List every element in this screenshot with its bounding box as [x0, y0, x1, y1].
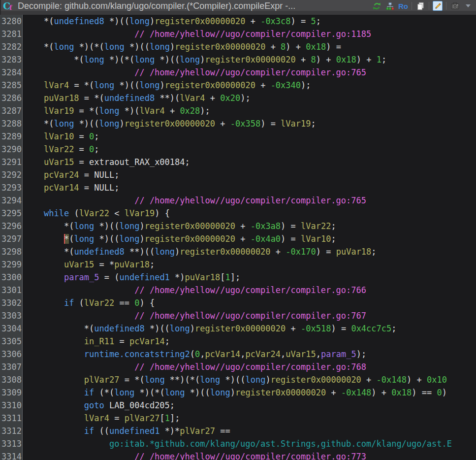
code-text[interactable]: *(undefined8 *)((long)register0x00000020… [23, 322, 476, 335]
code-text[interactable]: lVar19 = *(long *)(lVar4 + 0x28); [23, 104, 476, 117]
code-line: 3281 // /home/yhellow//ugo/compiler/comp… [0, 28, 476, 40]
code-line: 3291 uVar15 = extraout_RAX_x00184; [0, 156, 476, 168]
code-text[interactable]: while (lVar22 < lVar19) { [23, 207, 476, 220]
code-line: 3314 // /home/yhellow//ugo/compiler/comp… [0, 450, 476, 460]
edit-button[interactable] [433, 1, 443, 11]
line-number: 3291 [0, 156, 23, 168]
code-text[interactable]: uVar15 = *puVar18; [23, 258, 476, 271]
line-number: 3303 [0, 309, 23, 322]
code-line: 3297 *(long *)((long)register0x00000020 … [0, 232, 476, 245]
line-number: 3290 [0, 143, 23, 156]
code-line: 3280 *(undefined8 *)((long)register0x000… [0, 15, 476, 28]
code-text[interactable]: // /home/yhellow//ugo/compiler/compiler.… [23, 194, 476, 207]
line-number: 3313 [0, 437, 23, 450]
code-line: 3309 if (*(long *)(*(long *)((long)regis… [0, 386, 476, 399]
code-line: 3313 go:itab.*github.com/klang/ugo/ast.S… [0, 437, 476, 450]
code-text[interactable]: if (*(long *)(*(long *)((long)register0x… [23, 386, 476, 399]
code-line: 3296 *(long *)((long)register0x00000020 … [0, 220, 476, 232]
re-decompile-button[interactable] [372, 1, 381, 11]
code-text[interactable]: if ((undefined1 *)*plVar27 == [23, 425, 476, 437]
code-line: 3285 lVar4 = *(long *)((long)register0x0… [0, 79, 476, 92]
graph-view-button[interactable] [385, 1, 395, 11]
code-text[interactable]: *(undefined8 **)((long)register0x0000002… [23, 245, 476, 258]
chevron-down-icon [466, 4, 471, 7]
code-text[interactable]: pcVar24 = NULL; [23, 168, 476, 181]
code-line: 3292 pcVar24 = NULL; [0, 168, 476, 181]
line-number: 3305 [0, 335, 23, 348]
code-text[interactable]: uVar15 = extraout_RAX_x00184; [23, 156, 476, 168]
code-line: 3283 *(long *)(*(long *)((long)register0… [0, 53, 476, 66]
code-text[interactable]: // /home/yhellow//ugo/compiler/compiler.… [23, 28, 476, 40]
line-number: 3294 [0, 194, 23, 207]
snapshot-button[interactable] [450, 1, 460, 11]
decompile-titlebar: C f Decompile: github.com/klang/ugo/comp… [0, 0, 476, 15]
line-number: 3311 [0, 412, 23, 425]
code-text[interactable]: pcVar14 = NULL; [23, 181, 476, 194]
line-number: 3284 [0, 66, 23, 79]
code-text[interactable]: if (lVar22 == 0) { [23, 296, 476, 309]
line-number: 3308 [0, 373, 23, 386]
line-number: 3295 [0, 207, 23, 220]
code-text[interactable]: runtime.concatstring2(0,pcVar14,pcVar24,… [23, 348, 476, 361]
line-number: 3297 [0, 232, 23, 245]
code-text[interactable]: *(long *)(*(long *)((long)register0x0000… [23, 40, 476, 53]
line-number: 3304 [0, 322, 23, 335]
code-text[interactable]: lVar10 = 0; [23, 130, 476, 143]
code-text[interactable]: go:itab.*github.com/klang/ugo/ast.String… [23, 437, 476, 450]
code-line: 3288 *(long *)((long)register0x00000020 … [0, 117, 476, 130]
toolbar-separator [412, 2, 412, 10]
line-number: 3282 [0, 40, 23, 53]
code-text[interactable]: param_5 = (undefined1 *)puVar18[1]; [23, 271, 476, 284]
code-text[interactable]: // /home/yhellow//ugo/compiler/compiler.… [23, 284, 476, 296]
code-line: 3311 lVar4 = plVar27[1]; [0, 412, 476, 425]
code-line: 3300 param_5 = (undefined1 *)puVar18[1]; [0, 271, 476, 284]
decompiler-code-panel[interactable]: 3280 *(undefined8 *)((long)register0x000… [0, 15, 476, 460]
code-line: 3312 if ((undefined1 *)*plVar27 == [0, 425, 476, 437]
code-line: 3301 // /home/yhellow//ugo/compiler/comp… [0, 284, 476, 296]
code-text[interactable]: *(long *)(*(long *)((long)register0x0000… [23, 53, 476, 66]
text-cursor: * [64, 234, 69, 244]
code-line: 3287 lVar19 = *(long *)(lVar4 + 0x28); [0, 104, 476, 117]
code-text[interactable]: *(long *)((long)register0x00000020 + -0x… [23, 220, 476, 232]
refresh-icon [373, 2, 381, 10]
copy-button[interactable] [415, 1, 425, 11]
line-number: 3288 [0, 117, 23, 130]
toolbar-separator [446, 2, 446, 10]
toolbar-separator [429, 2, 429, 10]
line-number: 3296 [0, 220, 23, 232]
code-text[interactable]: *(undefined8 *)((long)register0x00000020… [23, 15, 476, 28]
line-number: 3300 [0, 271, 23, 284]
ro-button[interactable]: Ro [398, 1, 408, 11]
code-text[interactable]: // /home/yhellow//ugo/compiler/compiler.… [23, 450, 476, 460]
line-number: 3310 [0, 399, 23, 412]
code-text[interactable]: // /home/yhellow//ugo/compiler/compiler.… [23, 309, 476, 322]
line-number: 3301 [0, 284, 23, 296]
code-text[interactable]: goto LAB_004cd205; [23, 399, 476, 412]
code-text[interactable]: *(long *)((long)register0x00000020 + -0x… [23, 232, 476, 245]
code-text[interactable]: plVar27 = *(long **)(*(long *)((long)reg… [23, 373, 476, 386]
camera-icon [451, 2, 459, 10]
code-text[interactable]: // /home/yhellow//ugo/compiler/compiler.… [23, 66, 476, 79]
code-text[interactable]: // /home/yhellow//ugo/compiler/compiler.… [23, 361, 476, 373]
code-text[interactable]: lVar4 = *(long *)((long)register0x000000… [23, 79, 476, 92]
copy-icon [416, 2, 425, 10]
line-number: 3285 [0, 79, 23, 92]
code-line: 3307 // /home/yhellow//ugo/compiler/comp… [0, 361, 476, 373]
code-line: 3286 puVar18 = *(undefined8 **)(lVar4 + … [0, 92, 476, 104]
code-line: 3310 goto LAB_004cd205; [0, 399, 476, 412]
more-dropdown-button[interactable] [463, 1, 473, 11]
code-line: 3308 plVar27 = *(long **)(*(long *)((lon… [0, 373, 476, 386]
code-text[interactable]: in_R11 = pcVar14; [23, 335, 476, 348]
code-text[interactable]: lVar22 = 0; [23, 143, 476, 156]
code-text[interactable]: *(long *)((long)register0x00000020 + -0x… [23, 117, 476, 130]
line-number: 3299 [0, 258, 23, 271]
line-number: 3309 [0, 386, 23, 399]
code-line: 3305 in_R11 = pcVar14; [0, 335, 476, 348]
line-number: 3286 [0, 92, 23, 104]
code-line: 3294 // /home/yhellow//ugo/compiler/comp… [0, 194, 476, 207]
code-text[interactable]: lVar4 = plVar27[1]; [23, 412, 476, 425]
line-number: 3312 [0, 425, 23, 437]
line-number: 3283 [0, 53, 23, 66]
code-line: 3290 lVar22 = 0; [0, 143, 476, 156]
code-text[interactable]: puVar18 = *(undefined8 **)(lVar4 + 0x20)… [23, 92, 476, 104]
